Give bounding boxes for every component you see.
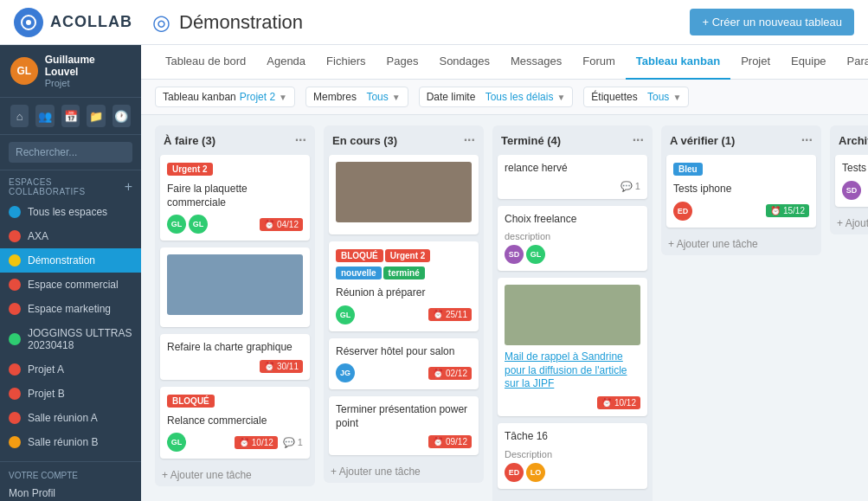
tab-equipe[interactable]: Equipe — [781, 45, 836, 80]
space-color-dot — [9, 230, 21, 242]
search-box — [0, 135, 141, 170]
filter-bar: Tableau kanban Projet 2 ▼ Membres Tous ▼… — [141, 80, 868, 115]
tab-projet[interactable]: Projet — [730, 45, 781, 80]
search-input[interactable] — [9, 142, 132, 163]
card[interactable] — [160, 247, 310, 327]
card[interactable]: Choix freelancedescriptionSDGL — [498, 206, 647, 272]
card-bottom: ED⏰ 15/12 — [673, 202, 809, 221]
tab-sondages[interactable]: Sondages — [428, 45, 500, 80]
card[interactable]: Mail de rappel à Sandrine pour la diffus… — [498, 278, 647, 416]
tab-messages[interactable]: Messages — [500, 45, 572, 80]
sidebar-icon-row: ⌂ 👥 📅 📁 🕐 — [0, 98, 141, 135]
avatar: GL — [189, 215, 208, 234]
card-tag: Bleu — [673, 163, 703, 176]
tab-tableau-kanban[interactable]: Tableau kanban — [626, 45, 730, 80]
card-bottom: ⏰ 10/12 — [505, 396, 640, 409]
card[interactable]: Terminer présentation power point⏰ 09/12 — [329, 396, 479, 455]
add-task-button[interactable]: + Ajouter une tâche — [324, 460, 484, 483]
tab-forum[interactable]: Forum — [572, 45, 626, 80]
sidebar-item-salle-réunion-b[interactable]: Salle réunion B — [0, 430, 141, 454]
card[interactable]: Réserver hôtel pour salonJG⏰ 02/12 — [329, 338, 479, 390]
sidebar-item-label: Espace commercial — [28, 279, 119, 291]
column-menu-button[interactable]: ··· — [464, 132, 475, 148]
card-tags: Urgent 2 — [167, 162, 303, 179]
membres-filter-label: Membres — [313, 91, 357, 103]
card[interactable]: BLOQUÉRelance commercialeGL⏰ 10/12💬 1 — [160, 387, 310, 459]
card-date: ⏰ 04/12 — [260, 218, 303, 231]
etiquettes-filter[interactable]: Étiquettes Tous ▼ — [583, 87, 689, 107]
card-bottom: 💬 1 — [505, 181, 640, 192]
membres-filter[interactable]: Membres Tous ▼ — [305, 87, 408, 107]
avatar: GL — [336, 305, 355, 324]
add-task-button[interactable]: + Ajouter une tâche — [661, 233, 821, 255]
column-menu-button[interactable]: ··· — [801, 132, 813, 148]
date-filter[interactable]: Date limite Tous les délais ▼ — [419, 87, 574, 107]
column-cards-3: BleuTests iphoneED⏰ 15/12 — [661, 155, 821, 233]
sidebar-item-axa[interactable]: AXA — [0, 224, 141, 248]
add-task-button[interactable]: + Ajouter une tâche — [492, 494, 653, 501]
kanban-column-3: A vérifier (1) ···BleuTests iphoneED⏰ 15… — [661, 125, 821, 255]
membres-filter-value: Tous — [366, 91, 388, 103]
kanban-filter[interactable]: Tableau kanban Projet 2 ▼ — [155, 87, 295, 107]
sidebar-item-espace-marketing[interactable]: Espace marketing — [0, 297, 141, 321]
card[interactable]: BleuTests iphoneED⏰ 15/12 — [666, 155, 816, 228]
card-avatars: JG — [336, 363, 355, 382]
card-bottom: SDGL — [505, 245, 640, 264]
page-icon: ◎ — [152, 10, 170, 35]
calendar-icon[interactable]: 📅 — [61, 105, 80, 127]
space-color-dot — [9, 206, 21, 218]
column-cards-2: relance hervé💬 1Choix freelancedescripti… — [492, 155, 653, 494]
sidebar-item-label: AXA — [28, 230, 48, 242]
sidebar-item-projet-b[interactable]: Projet B — [0, 382, 141, 406]
card[interactable]: Urgent 2Faire la plaquette commercialeGL… — [160, 155, 310, 241]
card-meta: ⏰ 09/12 — [428, 435, 472, 448]
column-header-2: Terminé (4) ··· — [492, 125, 653, 155]
avatar: SD — [505, 245, 524, 264]
sidebar-item-espace-commercial[interactable]: Espace commercial — [0, 273, 141, 297]
add-task-button[interactable]: + Ajouter — [830, 212, 868, 234]
card-bottom: GLGL⏰ 04/12 — [167, 215, 303, 234]
create-board-button[interactable]: + Créer un nouveau tableau — [690, 9, 854, 35]
tab-agenda[interactable]: Agenda — [256, 45, 316, 80]
card[interactable]: Tâche 16DescriptionEDLO — [498, 423, 647, 489]
my-profile-link[interactable]: Mon Profil — [0, 482, 141, 501]
space-color-dot — [9, 363, 21, 376]
sidebar-item-démonstration[interactable]: Démonstration — [0, 248, 141, 273]
card[interactable]: Tests de...SD⏰ 27/11 — [835, 155, 868, 207]
column-menu-button[interactable]: ··· — [633, 132, 644, 148]
folder-icon[interactable]: 📁 — [87, 105, 105, 127]
sidebar-item-joggings-ulttras-20230418[interactable]: JOGGINGS ULTTRAS 20230418 — [0, 321, 141, 357]
card-date: ⏰ 25/11 — [428, 308, 472, 321]
card-image — [336, 162, 472, 222]
card[interactable]: Refaire la charte graphique⏰ 30/11 — [160, 334, 310, 380]
sidebar-item-projet-a[interactable]: Projet A — [0, 357, 141, 382]
users-icon[interactable]: 👥 — [35, 105, 54, 127]
column-menu-button[interactable]: ··· — [295, 132, 306, 148]
card[interactable] — [329, 155, 479, 234]
card-meta: ⏰ 04/12 — [260, 218, 303, 231]
tab-tableau-de-bord[interactable]: Tableau de bord — [155, 45, 256, 80]
card-tags: BLOQUÉ — [167, 394, 303, 411]
home-icon[interactable]: ⌂ — [10, 105, 29, 127]
logo-area: ACOLLAB — [14, 8, 152, 37]
user-info: Guillaume Louvel Projet — [45, 54, 131, 88]
sidebar-item-salle-réunion-a[interactable]: Salle réunion A — [0, 406, 141, 430]
tab-fichiers[interactable]: Fichiers — [316, 45, 376, 80]
card[interactable]: BLOQUÉUrgent 2nouvelleterminéRéunion à p… — [329, 241, 479, 331]
nav-tabs: Tableau de bordAgendaFichiersPagesSondag… — [141, 45, 868, 80]
card[interactable]: relance hervé💬 1 — [498, 155, 647, 199]
card-title: Relance commerciale — [167, 414, 303, 428]
tab-pages[interactable]: Pages — [376, 45, 429, 80]
main-layout: GL Guillaume Louvel Projet ⌂ 👥 📅 📁 🕐 ESP… — [0, 45, 868, 501]
card-description: Description — [505, 449, 640, 459]
clock-icon[interactable]: 🕐 — [113, 105, 131, 127]
card-title: Tests iphone — [673, 183, 809, 196]
add-task-button[interactable]: + Ajouter une tâche — [155, 464, 315, 486]
sidebar-item-tous-les-espaces[interactable]: Tous les espaces — [0, 200, 141, 224]
tab-paramètres[interactable]: Paramètres — [837, 45, 868, 80]
column-title: En cours (3) — [332, 134, 397, 147]
column-header-0: À faire (3) ··· — [155, 125, 315, 155]
avatar: SD — [842, 181, 861, 200]
add-space-button[interactable]: + — [125, 179, 132, 195]
content-area: Tableau de bordAgendaFichiersPagesSondag… — [141, 45, 868, 501]
